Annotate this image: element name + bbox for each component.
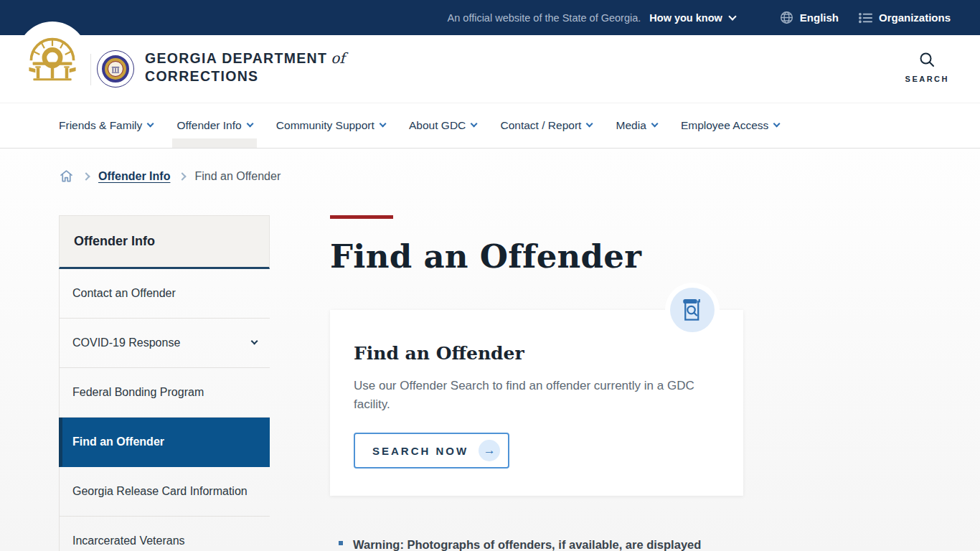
title-accent-bar xyxy=(330,215,393,219)
nav-item-friends-family[interactable]: Friends & Family xyxy=(59,103,153,148)
chevron-down-icon xyxy=(773,121,781,128)
how-you-know-label: How you know xyxy=(649,12,722,24)
nav-item-media[interactable]: Media xyxy=(616,103,657,148)
language-label: English xyxy=(800,11,839,24)
agency-line1: GEORGIA DEPARTMENT xyxy=(145,50,327,66)
sidebar-item-label: Find an Offender xyxy=(72,433,164,451)
arrow-right-icon: → xyxy=(479,440,500,461)
georgia-arch-logo xyxy=(17,22,88,92)
card-description: Use our Offender Search to find an offen… xyxy=(354,377,705,414)
organizations-label: Organizations xyxy=(879,11,951,24)
agency-name: GEORGIA DEPARTMENTof CORRECTIONS xyxy=(145,50,345,85)
chevron-down-icon xyxy=(471,121,478,128)
breadcrumb-separator-icon xyxy=(179,172,187,180)
language-selector[interactable]: English xyxy=(780,11,839,24)
main-column: Find an Offender xyxy=(330,215,743,551)
nav-label: Community Support xyxy=(276,119,374,132)
nav-item-about-gdc[interactable]: About GDC xyxy=(409,103,476,148)
site-header: GEORGIA DEPARTMENTof CORRECTIONS SEARCH xyxy=(0,35,980,103)
gov-topbar: An official website of the State of Geor… xyxy=(0,0,980,35)
sidebar-item-federal-bonding-program[interactable]: Federal Bonding Program xyxy=(59,368,270,418)
sidebar-item-label: Contact an Offender xyxy=(72,284,176,303)
globe-icon xyxy=(780,11,793,24)
sidebar-item-label: COVID-19 Response xyxy=(72,334,180,352)
breadcrumb: Offender Info Find an Offender xyxy=(59,149,980,184)
chevron-down-icon xyxy=(147,121,154,128)
brand-divider xyxy=(90,54,91,85)
breadcrumb-separator-icon xyxy=(82,172,90,180)
sidebar-item-incarcerated-veterans[interactable]: Incarcerated Veterans xyxy=(59,517,270,551)
primary-nav: Friends & Family Offender Info Community… xyxy=(0,103,980,149)
site-search-button[interactable]: SEARCH xyxy=(905,51,949,83)
organizations-button[interactable]: Organizations xyxy=(859,11,951,24)
find-offender-card: Find an Offender Use our Offender Search… xyxy=(330,310,743,496)
nav-label: About GDC xyxy=(409,119,466,132)
sidebar-title-offender-info[interactable]: Offender Info xyxy=(59,215,270,269)
seal-arch-icon xyxy=(110,64,121,74)
nav-label: Offender Info xyxy=(176,119,241,132)
sidebar-item-contact-an-offender[interactable]: Contact an Offender xyxy=(59,269,270,319)
section-sidebar: Offender Info Contact an Offender COVID-… xyxy=(59,215,270,551)
nav-item-contact-report[interactable]: Contact / Report xyxy=(500,103,592,148)
search-now-button[interactable]: SEARCH NOW → xyxy=(354,433,509,468)
nav-item-community-support[interactable]: Community Support xyxy=(276,103,385,148)
sidebar-item-label: Georgia Release Card Information xyxy=(72,482,248,501)
search-label: SEARCH xyxy=(905,75,949,83)
nav-label: Employee Access xyxy=(681,119,768,132)
sidebar-item-georgia-release-card[interactable]: Georgia Release Card Information xyxy=(59,467,270,517)
page-title: Find an Offender xyxy=(330,237,743,276)
agency-home-link[interactable]: GEORGIA DEPARTMENTof CORRECTIONS xyxy=(0,35,402,103)
nav-item-offender-info[interactable]: Offender Info xyxy=(176,103,252,148)
page-content: Offender Info Find an Offender Offender … xyxy=(0,149,980,551)
chevron-down-icon xyxy=(246,121,253,128)
sidebar-item-covid-19-response[interactable]: COVID-19 Response xyxy=(59,319,270,368)
chevron-down-icon xyxy=(728,12,736,20)
nav-label: Friends & Family xyxy=(59,119,142,132)
arch-icon xyxy=(26,30,79,83)
document-search-icon xyxy=(680,297,705,323)
seal-center xyxy=(108,61,123,77)
page: An official website of the State of Geor… xyxy=(0,0,980,551)
sidebar-item-find-an-offender[interactable]: Find an Offender xyxy=(59,418,270,467)
search-now-label: SEARCH NOW xyxy=(372,445,468,457)
breadcrumb-link-offender-info[interactable]: Offender Info xyxy=(98,170,170,183)
chevron-down-icon xyxy=(651,121,658,128)
warning-text: Warning: Photographs of offenders, if av… xyxy=(353,535,701,551)
chevron-down-icon xyxy=(586,121,593,128)
how-you-know-button[interactable]: How you know xyxy=(649,12,735,24)
nav-label: Contact / Report xyxy=(500,119,581,132)
official-website-text: An official website of the State of Geor… xyxy=(448,12,641,24)
breadcrumb-current: Find an Offender xyxy=(194,170,281,183)
sidebar-item-label: Federal Bonding Program xyxy=(72,383,204,402)
offender-search-badge xyxy=(670,288,715,332)
bullet-icon xyxy=(339,541,343,545)
nav-item-employee-access[interactable]: Employee Access xyxy=(681,103,780,148)
agency-line2: CORRECTIONS xyxy=(145,67,345,85)
chevron-down-icon xyxy=(250,338,258,345)
search-icon xyxy=(918,51,936,68)
chevron-down-icon xyxy=(379,121,386,128)
gdc-seal xyxy=(97,50,134,88)
home-icon[interactable] xyxy=(59,169,74,184)
sidebar-item-label: Incarcerated Veterans xyxy=(72,532,185,550)
agency-of: of xyxy=(331,50,344,67)
card-title: Find an Offender xyxy=(354,343,720,364)
warning-list-item: Warning: Photographs of offenders, if av… xyxy=(330,535,743,551)
list-icon xyxy=(859,12,872,24)
nav-label: Media xyxy=(616,119,646,132)
